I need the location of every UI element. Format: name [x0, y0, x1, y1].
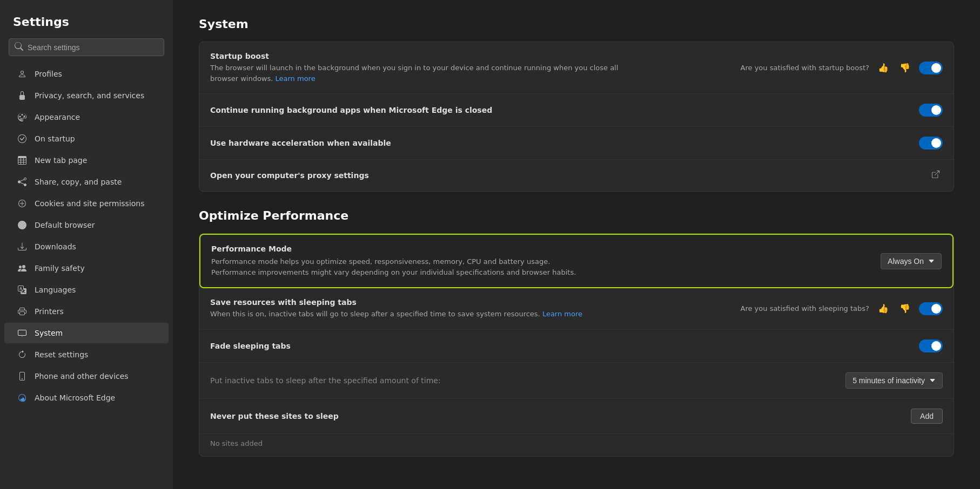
optimize-card: Performance Mode Performance mode helps … [199, 233, 954, 457]
fade-sleeping-label: Fade sleeping tabs [210, 342, 642, 350]
startup-boost-toggle[interactable] [919, 62, 943, 74]
sidebar-item-label-about: About Microsoft Edge [35, 393, 115, 402]
sidebar-item-label-privacy: Privacy, search, and services [35, 91, 144, 100]
hardware-accel-toggle[interactable] [919, 137, 943, 150]
never-sleep-add-button[interactable]: Add [911, 409, 943, 424]
sleeping-tabs-thumbup[interactable]: 👍 [876, 302, 891, 315]
fade-sleeping-row: Fade sleeping tabs [199, 330, 954, 363]
proxy-label: Open your computer's proxy settings [210, 171, 642, 180]
sidebar-item-label-languages: Languages [35, 286, 76, 294]
sidebar-item-on-startup[interactable]: On startup [4, 128, 169, 149]
never-sleep-row: Never put these sites to sleep Add [199, 399, 954, 434]
inactive-tabs-dropdown[interactable]: 5 minutes of inactivity [845, 372, 943, 389]
sidebar-item-newtab[interactable]: New tab page [4, 150, 169, 171]
sidebar-item-about[interactable]: About Microsoft Edge [4, 388, 169, 408]
no-sites-text: No sites added [199, 434, 954, 456]
perf-mode-dropdown-value: Always On [888, 257, 924, 266]
sidebar-item-label-appearance: Appearance [35, 113, 80, 121]
sidebar-item-privacy[interactable]: Privacy, search, and services [4, 85, 169, 106]
startup-icon [17, 134, 27, 144]
sidebar-item-default-browser[interactable]: Default browser [4, 215, 169, 235]
app-title: Settings [0, 11, 173, 37]
appearance-icon [17, 112, 27, 122]
cookies-icon [17, 199, 27, 208]
inactive-tabs-label: Put inactive tabs to sleep after the spe… [210, 376, 642, 385]
fade-sleeping-toggle[interactable] [919, 339, 943, 352]
sidebar-item-label-family: Family safety [35, 264, 85, 273]
system-icon [17, 328, 27, 338]
sleeping-tabs-thumbdown[interactable]: 👎 [897, 302, 912, 315]
sidebar-item-system[interactable]: System [4, 323, 169, 343]
sidebar-item-label-browser: Default browser [35, 221, 95, 229]
sleeping-tabs-feedback: Are you satisfied with sleeping tabs? [741, 304, 869, 313]
sidebar-item-printers[interactable]: Printers [4, 301, 169, 322]
sidebar-item-profiles[interactable]: Profiles [4, 64, 169, 84]
sleeping-tabs-label: Save resources with sleeping tabs [210, 298, 642, 307]
background-apps-toggle[interactable] [919, 104, 943, 117]
sidebar-item-label-newtab: New tab page [35, 156, 87, 165]
sidebar-item-label-profiles: Profiles [35, 70, 62, 78]
sidebar-item-languages[interactable]: Languages [4, 280, 169, 300]
edge-icon [17, 393, 27, 403]
startup-boost-thumbup[interactable]: 👍 [876, 62, 891, 74]
never-sleep-label: Never put these sites to sleep [210, 412, 642, 420]
sidebar: Settings Profiles Privacy, search, and s… [0, 0, 173, 489]
sidebar-item-cookies[interactable]: Cookies and site permissions [4, 193, 169, 214]
sleeping-tabs-desc: When this is on, inactive tabs will go t… [210, 309, 642, 320]
sidebar-item-downloads[interactable]: Downloads [4, 236, 169, 257]
languages-icon [17, 285, 27, 295]
optimize-title: Optimize Performance [199, 209, 954, 222]
browser-icon [17, 220, 27, 230]
inactive-tabs-dropdown-value: 5 minutes of inactivity [853, 376, 925, 385]
startup-boost-desc: The browser will launch in the backgroun… [210, 63, 642, 84]
reset-icon [17, 350, 27, 359]
proxy-settings-row: Open your computer's proxy settings [199, 160, 954, 191]
sidebar-item-label-system: System [35, 329, 63, 337]
sidebar-item-phone[interactable]: Phone and other devices [4, 366, 169, 386]
sidebar-item-label-cookies: Cookies and site permissions [35, 199, 145, 208]
sidebar-item-appearance[interactable]: Appearance [4, 107, 169, 127]
perf-mode-label: Performance Mode [211, 244, 589, 253]
proxy-external-link[interactable] [929, 169, 943, 181]
sidebar-item-share[interactable]: Share, copy, and paste [4, 172, 169, 192]
startup-boost-feedback: Are you satisfied with startup boost? [741, 64, 869, 72]
background-apps-label: Continue running background apps when Mi… [210, 106, 642, 114]
background-apps-row: Continue running background apps when Mi… [199, 94, 954, 127]
share-icon [17, 177, 27, 187]
hardware-accel-row: Use hardware acceleration when available [199, 127, 954, 160]
sleeping-tabs-toggle[interactable] [919, 302, 943, 315]
optimize-section: Optimize Performance Performance Mode Pe… [199, 209, 954, 457]
sleeping-tabs-row: Save resources with sleeping tabs When t… [199, 288, 954, 330]
search-box[interactable] [9, 38, 164, 56]
sleeping-tabs-learn-more[interactable]: Learn more [542, 310, 582, 318]
hardware-accel-label: Use hardware acceleration when available [210, 139, 642, 147]
perf-mode-box: Performance Mode Performance mode helps … [199, 234, 954, 288]
system-settings-card: Startup boost The browser will launch in… [199, 42, 954, 192]
sidebar-item-reset[interactable]: Reset settings [4, 344, 169, 365]
sidebar-item-label-downloads: Downloads [35, 242, 76, 251]
inactive-tabs-row: Put inactive tabs to sleep after the spe… [199, 363, 954, 399]
perf-mode-desc: Performance mode helps you optimize spee… [211, 256, 589, 277]
sidebar-item-label-startup: On startup [35, 134, 75, 143]
sidebar-item-label-share: Share, copy, and paste [35, 178, 122, 186]
search-icon [15, 42, 23, 52]
sidebar-item-label-printers: Printers [35, 307, 64, 316]
search-input[interactable] [28, 43, 158, 52]
downloads-icon [17, 242, 27, 252]
newtab-icon [17, 155, 27, 165]
perf-mode-dropdown[interactable]: Always On [881, 253, 942, 269]
startup-boost-label: Startup boost [210, 52, 642, 60]
family-icon [17, 263, 27, 273]
printers-icon [17, 307, 27, 316]
startup-boost-thumbdown[interactable]: 👎 [897, 62, 912, 74]
sidebar-item-label-reset: Reset settings [35, 350, 88, 359]
profile-icon [17, 69, 27, 79]
sidebar-item-family[interactable]: Family safety [4, 258, 169, 279]
privacy-icon [17, 91, 27, 100]
startup-boost-learn-more[interactable]: Learn more [276, 74, 316, 83]
phone-icon [17, 371, 27, 381]
main-content: System Startup boost The browser will la… [173, 0, 980, 489]
sidebar-item-label-phone: Phone and other devices [35, 372, 129, 381]
page-title: System [199, 17, 954, 31]
startup-boost-row: Startup boost The browser will launch in… [199, 42, 954, 94]
